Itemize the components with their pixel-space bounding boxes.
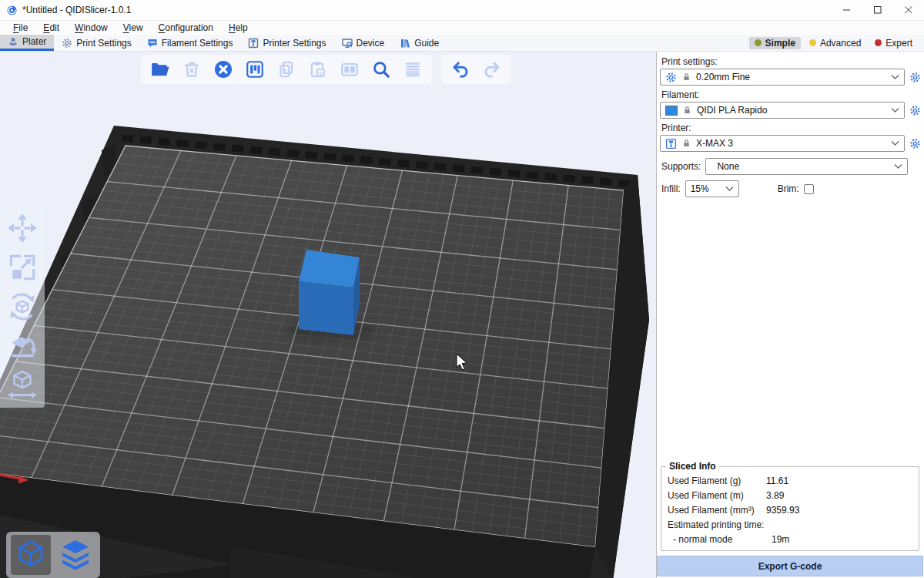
infill-label: Infill: — [661, 183, 681, 194]
editor-3d-view-button[interactable] — [11, 535, 51, 575]
supports-label: Supports: — [661, 161, 701, 172]
expert-mode-dot-icon — [875, 39, 882, 46]
infill-value: 15% — [691, 183, 721, 194]
edit-filament-button[interactable] — [908, 105, 922, 116]
tab-printer-settings[interactable]: Printer Settings — [240, 35, 333, 51]
paste-button[interactable] — [307, 59, 329, 80]
print-settings-value: 0.20mm Fine — [696, 72, 886, 82]
printer-icon — [665, 138, 677, 150]
right-settings-panel: Print settings: 0.20mm Fine Filament: QI… — [656, 52, 923, 578]
variable-layer-height-button[interactable] — [402, 59, 424, 80]
scale-tool-button[interactable] — [6, 251, 38, 284]
top-toolbar — [141, 55, 511, 84]
edit-print-settings-button[interactable] — [908, 72, 922, 83]
redo-button[interactable] — [481, 59, 503, 80]
scale-icon — [6, 251, 38, 284]
export-gcode-button[interactable]: Export G-code — [657, 556, 923, 576]
device-icon — [342, 38, 353, 49]
menu-configuration[interactable]: Configuration — [152, 22, 220, 34]
print-settings-combo[interactable]: 0.20mm Fine — [660, 69, 905, 86]
brim-checkbox[interactable] — [804, 184, 814, 194]
mode-selector: Simple Advanced Expert — [749, 35, 924, 51]
tab-device[interactable]: Device — [334, 35, 393, 51]
menu-bar: File Edit Window View Configuration Help — [0, 21, 924, 35]
maximize-button[interactable] — [862, 1, 893, 20]
minimize-icon — [843, 6, 851, 14]
undo-button[interactable] — [450, 59, 471, 80]
cube-object[interactable] — [299, 250, 360, 335]
lock-icon — [681, 72, 691, 82]
edit-printer-button[interactable] — [908, 138, 922, 150]
supports-value: None — [711, 161, 889, 172]
build-plate-scene[interactable] — [0, 52, 656, 578]
tab-guide[interactable]: Guide — [392, 35, 447, 51]
supports-combo[interactable]: None — [705, 158, 908, 175]
gear-icon — [909, 72, 921, 83]
filament-icon — [147, 38, 158, 49]
paste-icon — [308, 59, 328, 79]
undo-redo-toolbar — [441, 55, 511, 84]
place-on-face-tool-button[interactable] — [6, 330, 38, 362]
rotate-icon — [6, 291, 38, 323]
close-icon — [905, 6, 912, 14]
sliced-info-row: Used Filament (mm³)9359.93 — [666, 502, 914, 517]
minimize-button[interactable] — [832, 1, 862, 20]
preview-layers-view-button[interactable] — [55, 535, 95, 575]
lock-icon — [681, 138, 691, 149]
search-button[interactable] — [370, 59, 392, 80]
delete-all-button[interactable] — [213, 59, 234, 80]
menu-file[interactable]: File — [6, 22, 35, 34]
gear-icon — [62, 38, 72, 49]
menu-window[interactable]: Window — [68, 22, 115, 34]
filament-color-swatch — [665, 106, 678, 116]
arrange-button[interactable] — [244, 59, 266, 80]
chevron-down-icon — [891, 74, 899, 80]
move-tool-button[interactable] — [6, 212, 38, 244]
simple-mode-dot-icon — [755, 39, 762, 46]
printer-combo[interactable]: X-MAX 3 — [660, 135, 905, 152]
lock-icon — [682, 105, 692, 116]
gear-icon — [909, 105, 921, 116]
place-on-face-icon — [6, 330, 38, 362]
copy-button[interactable] — [276, 59, 297, 80]
title-bar: *Untitled - QIDISlicer-1.0.1 — [0, 0, 924, 21]
delete-button[interactable] — [181, 59, 203, 80]
tab-print-settings[interactable]: Print Settings — [54, 35, 139, 51]
filament-combo[interactable]: QIDI PLA Rapido — [660, 102, 905, 119]
measure-icon — [6, 369, 38, 402]
measure-tool-button[interactable] — [6, 369, 38, 402]
tab-plater[interactable]: Plater — [0, 35, 54, 51]
menu-edit[interactable]: Edit — [36, 22, 66, 34]
rotate-tool-button[interactable] — [6, 291, 38, 323]
app-logo-icon — [6, 5, 18, 16]
arrange-icon — [245, 59, 265, 79]
filament-value: QIDI PLA Rapido — [697, 105, 886, 116]
menu-view[interactable]: View — [116, 22, 150, 34]
search-icon — [371, 59, 391, 79]
tab-filament-settings[interactable]: Filament Settings — [139, 35, 241, 51]
maximize-icon — [874, 6, 882, 14]
mode-simple[interactable]: Simple — [749, 37, 801, 49]
menu-help[interactable]: Help — [222, 22, 255, 34]
open-button[interactable] — [149, 59, 171, 80]
qidislicer-window: *Untitled - QIDISlicer-1.0.1 File Edit W… — [0, 0, 924, 578]
copy-icon — [276, 59, 296, 79]
mode-advanced[interactable]: Advanced — [804, 37, 866, 49]
chevron-down-icon — [894, 163, 902, 170]
window-title: *Untitled - QIDISlicer-1.0.1 — [22, 5, 131, 15]
sliced-info-row: Used Filament (g)11.61 — [666, 473, 914, 488]
open-folder-icon — [150, 59, 170, 79]
close-button[interactable] — [893, 1, 924, 20]
3d-viewport[interactable] — [0, 52, 656, 578]
sliced-info-row: Used Filament (m)3.89 — [666, 488, 914, 502]
layer-height-icon — [403, 59, 423, 79]
split-objects-button[interactable] — [339, 59, 360, 80]
cube-front-face[interactable] — [299, 281, 353, 335]
undo-icon — [450, 59, 470, 79]
infill-combo[interactable]: 15% — [685, 180, 739, 197]
printer-label: Printer: — [657, 122, 923, 135]
chevron-down-icon — [891, 107, 899, 113]
chevron-down-icon — [725, 186, 734, 192]
mode-expert[interactable]: Expert — [869, 37, 918, 49]
brim-label: Brim: — [778, 183, 799, 194]
